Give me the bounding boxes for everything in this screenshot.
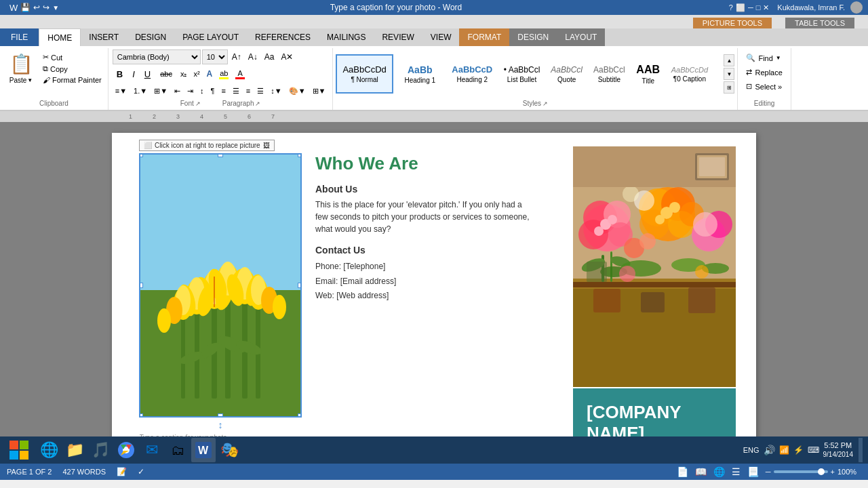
replace-button[interactable]: ⇄ Replace xyxy=(743,66,785,78)
format-painter-button[interactable]: 🖌 Format Painter xyxy=(41,75,104,85)
start-button[interactable] xyxy=(3,438,35,462)
handle-lc[interactable] xyxy=(139,283,143,288)
line-spacing-button[interactable]: ↕▼ xyxy=(268,83,284,98)
taskbar-speaker-icon[interactable]: 🔊 xyxy=(764,445,775,455)
taskbar-word-icon[interactable]: W xyxy=(191,438,216,462)
context-tab-table[interactable]: TABLE TOOLS xyxy=(785,18,854,28)
taskbar-mediaplayer-icon[interactable]: 🎵 xyxy=(88,438,113,462)
cut-button[interactable]: ✂ Cut xyxy=(41,52,104,62)
superscript-button[interactable]: x² xyxy=(191,66,202,81)
align-left-button[interactable]: ≡ xyxy=(218,83,228,98)
align-center-button[interactable]: ☰ xyxy=(230,83,242,98)
view-draft-icon[interactable]: 📃 xyxy=(747,466,759,477)
handle-tl[interactable] xyxy=(139,153,143,157)
zoom-level[interactable]: 100% xyxy=(837,468,861,476)
justify-button[interactable]: ☰ xyxy=(254,83,267,98)
style-subtitle[interactable]: AaBbCcl Subtitle xyxy=(589,54,630,94)
multilevel-button[interactable]: ⊞▼ xyxy=(151,83,170,98)
borders-button[interactable]: ⊞▼ xyxy=(310,83,329,98)
sort-button[interactable]: ↕ xyxy=(197,83,207,98)
font-family-select[interactable]: Cambria (Body) xyxy=(113,49,201,64)
tab-file[interactable]: FILE xyxy=(0,28,39,46)
tab-design2[interactable]: DESIGN xyxy=(509,28,557,46)
style-heading1[interactable]: AaBb Heading 1 xyxy=(395,54,446,94)
style-title[interactable]: AAB Title xyxy=(631,54,665,94)
view-normal-icon[interactable]: 📄 xyxy=(677,466,688,477)
tab-pagelayout[interactable]: PAGE LAYOUT xyxy=(174,28,247,46)
tab-design[interactable]: DESIGN xyxy=(127,28,174,46)
font-expand-icon[interactable]: ↗ xyxy=(195,100,201,107)
tab-review[interactable]: REVIEW xyxy=(374,28,422,46)
taskbar-chrome-icon[interactable] xyxy=(114,438,138,462)
styles-scroll-up[interactable]: ▲ xyxy=(724,54,734,66)
tab-home[interactable]: HOME xyxy=(39,28,81,46)
bold-button[interactable]: B xyxy=(113,66,127,81)
change-case-button[interactable]: Aa xyxy=(262,49,277,64)
taskbar-power-icon[interactable]: ⚡ xyxy=(793,445,804,455)
undo-icon[interactable]: ↩ xyxy=(33,3,40,12)
replace-picture-icon[interactable]: 🖼 xyxy=(263,142,270,149)
increase-font-button[interactable]: A↑ xyxy=(229,49,244,64)
tab-format[interactable]: FORMAT xyxy=(459,28,509,46)
tab-references[interactable]: REFERENCES xyxy=(247,28,319,46)
styles-expand[interactable]: ⊞ xyxy=(724,81,734,94)
context-tab-picture[interactable]: PICTURE TOOLS xyxy=(693,18,772,28)
para-expand-icon[interactable]: ↗ xyxy=(255,100,260,107)
redo-icon[interactable]: ↪ xyxy=(43,3,50,12)
style-list-bullet[interactable]: • AaBbCcl List Bullet xyxy=(499,54,545,94)
zoom-minus-button[interactable]: ─ xyxy=(766,468,771,476)
handle-tc[interactable] xyxy=(218,153,223,157)
taskbar-other-icon[interactable]: 🎭 xyxy=(217,438,241,462)
font-size-select[interactable]: 10 xyxy=(202,49,228,64)
left-photo[interactable] xyxy=(139,153,302,418)
decrease-font-button[interactable]: A↓ xyxy=(245,49,260,64)
style-normal[interactable]: AaBbCcDd ¶ Normal xyxy=(336,54,393,94)
view-outline-icon[interactable]: ☰ xyxy=(732,466,741,477)
paste-button[interactable]: 📋 Paste ▼ xyxy=(4,49,38,85)
maximize-icon[interactable]: □ xyxy=(756,3,761,12)
view-web-icon[interactable]: 🌐 xyxy=(713,466,725,477)
tab-mailings[interactable]: MAILINGS xyxy=(319,28,374,46)
style-quote[interactable]: AaBbCcl Quote xyxy=(546,54,587,94)
close-icon[interactable]: ✕ xyxy=(763,3,769,12)
taskbar-keyboard-icon[interactable]: ⌨ xyxy=(808,445,819,455)
strikethrough-button[interactable]: abc xyxy=(156,66,176,81)
style-heading2[interactable]: AaBbCcD Heading 2 xyxy=(447,54,498,94)
styles-scroll-down[interactable]: ▼ xyxy=(724,68,734,80)
taskbar-explorer-icon[interactable]: 📁 xyxy=(62,438,87,462)
numbering-button[interactable]: 1.▼ xyxy=(131,83,150,98)
font-color-button[interactable]: A xyxy=(233,66,248,81)
tab-view[interactable]: VIEW xyxy=(422,28,460,46)
subscript-button[interactable]: x₂ xyxy=(178,66,190,81)
taskbar-files-icon[interactable]: 🗂 xyxy=(165,438,190,462)
highlight-button[interactable]: ab xyxy=(216,66,231,81)
taskbar-ie-icon[interactable]: 🌐 xyxy=(37,438,61,462)
zoom-slider[interactable] xyxy=(774,470,828,473)
align-right-button[interactable]: ≡ xyxy=(243,83,253,98)
copy-button[interactable]: ⧉ Copy xyxy=(41,64,104,74)
italic-button[interactable]: I xyxy=(128,66,139,81)
ribbon-toggle-icon[interactable]: ⬜ xyxy=(736,3,745,12)
increase-indent-button[interactable]: ⇥ xyxy=(184,83,196,98)
customize-icon[interactable]: ▼ xyxy=(52,4,59,12)
help-icon[interactable]: ? xyxy=(729,3,733,12)
select-button[interactable]: ⊡ Select » xyxy=(743,81,785,92)
view-reading-icon[interactable]: 📖 xyxy=(695,466,707,477)
tab-layout[interactable]: LAYOUT xyxy=(557,28,605,46)
bullets-button[interactable]: ≡▼ xyxy=(113,83,130,98)
zoom-plus-button[interactable]: + xyxy=(831,468,835,476)
rotate-handle[interactable]: ↕ xyxy=(139,419,302,431)
left-image-section[interactable]: ⬜ Click icon at right to replace picture… xyxy=(139,153,302,436)
save-icon[interactable]: 💾 xyxy=(20,3,31,12)
decrease-indent-button[interactable]: ⇤ xyxy=(172,83,183,98)
minimize-icon[interactable]: ─ xyxy=(748,3,753,12)
tab-insert[interactable]: INSERT xyxy=(81,28,127,46)
shading-button[interactable]: 🎨▼ xyxy=(286,83,309,98)
show-desktop-button[interactable] xyxy=(859,438,863,462)
underline-button[interactable]: U xyxy=(140,66,155,81)
show-paragraph-button[interactable]: ¶ xyxy=(208,83,218,98)
find-button[interactable]: 🔍 Find ▼ xyxy=(743,52,785,64)
text-effects-button[interactable]: A xyxy=(204,66,216,81)
styles-expand-icon[interactable]: ↗ xyxy=(542,100,548,107)
style-caption[interactable]: AaBbCcDd ¶0 Caption xyxy=(667,54,713,94)
